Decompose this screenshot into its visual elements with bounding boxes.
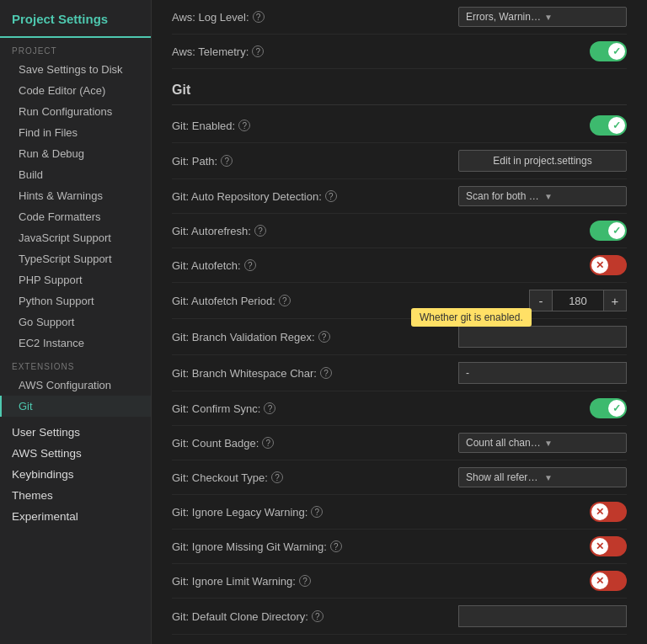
- aws-log-level-control: Errors, Warnings, and Info ▼: [458, 7, 627, 27]
- git-autofetch-row: Git: Autofetch: ? ✕: [172, 248, 627, 283]
- sidebar-title: Project Settings: [0, 0, 151, 38]
- aws-telemetry-control: ✓: [458, 41, 627, 61]
- git-checkout-type-control: Show all references. ▼: [458, 467, 627, 487]
- git-enabled-tooltip-icon[interactable]: ?: [238, 120, 250, 131]
- sidebar-item-run-debug[interactable]: Run & Debug: [0, 143, 151, 164]
- sidebar-item-typescript-support[interactable]: TypeScript Support: [0, 248, 151, 269]
- git-count-badge-control: Count all changes. ▼: [458, 433, 627, 453]
- git-ignore-missing-git-warning-label: Git: Ignore Missing Git Warning: ?: [172, 540, 458, 553]
- git-enabled-label: Git: Enabled: ?: [172, 120, 458, 132]
- project-section-label: PROJECT: [0, 38, 151, 59]
- sidebar-item-ec2-instance[interactable]: EC2 Instance: [0, 333, 151, 354]
- git-ignore-limit-warning-label: Git: Ignore Limit Warning: ?: [172, 575, 458, 588]
- git-auto-repo-detection-tooltip-icon[interactable]: ?: [325, 190, 337, 202]
- git-autofetch-label: Git: Autofetch: ?: [172, 259, 458, 272]
- sidebar-item-build[interactable]: Build: [0, 164, 151, 185]
- sidebar: Project Settings PROJECT Save Settings t…: [0, 0, 152, 644]
- stepper-input[interactable]: [553, 290, 603, 311]
- git-autofetch-period-tooltip-icon[interactable]: ?: [279, 295, 291, 306]
- sidebar-item-python-support[interactable]: Python Support: [0, 290, 151, 311]
- sidebar-item-hints-warnings[interactable]: Hints & Warnings: [0, 185, 151, 206]
- git-auto-repo-detection-dropdown[interactable]: Scan for both subfolders of th ▼: [458, 186, 627, 206]
- git-checkout-type-tooltip-icon[interactable]: ?: [271, 471, 283, 483]
- git-autofetch-toggle[interactable]: ✕: [590, 255, 627, 275]
- git-ignore-legacy-warning-toggle[interactable]: ✕: [590, 502, 627, 522]
- stepper-plus-button[interactable]: +: [603, 290, 627, 311]
- git-confirm-sync-control: ✓: [458, 398, 627, 418]
- git-enabled-row: Git: Enabled: ? Whether git is enabled. …: [172, 109, 627, 143]
- aws-log-level-row: Aws: Log Level: ? Errors, Warnings, and …: [172, 0, 627, 35]
- git-enabled-control: ✓: [458, 115, 627, 136]
- git-path-tooltip-icon[interactable]: ?: [221, 155, 233, 167]
- git-count-badge-label: Git: Count Badge: ?: [172, 437, 458, 450]
- git-branch-whitespace-char-input[interactable]: [458, 362, 627, 384]
- git-count-badge-dropdown[interactable]: Count all changes. ▼: [458, 433, 627, 453]
- aws-log-level-tooltip-icon[interactable]: ?: [253, 11, 265, 23]
- git-branch-validation-regex-label: Git: Branch Validation Regex: ?: [172, 331, 458, 343]
- git-autofetch-control: ✕: [458, 255, 627, 275]
- git-autorefresh-toggle[interactable]: ✓: [590, 221, 627, 241]
- sidebar-item-find-in-files[interactable]: Find in Files: [0, 122, 151, 143]
- git-confirm-sync-toggle[interactable]: ✓: [590, 398, 627, 418]
- git-default-clone-directory-control: [458, 605, 627, 627]
- git-default-clone-directory-input[interactable]: [458, 605, 627, 627]
- aws-telemetry-label: Aws: Telemetry: ?: [172, 45, 458, 58]
- git-checkout-type-row: Git: Checkout Type: ? Show all reference…: [172, 460, 627, 495]
- git-ignore-limit-warning-row: Git: Ignore Limit Warning: ? ✕: [172, 564, 627, 599]
- sidebar-item-git[interactable]: Git: [0, 396, 151, 417]
- git-branch-whitespace-char-row: Git: Branch Whitespace Char: ?: [172, 355, 627, 391]
- aws-log-level-label: Aws: Log Level: ?: [172, 11, 458, 24]
- sidebar-item-aws-configuration[interactable]: AWS Configuration: [0, 375, 151, 396]
- aws-log-level-dropdown[interactable]: Errors, Warnings, and Info ▼: [458, 7, 627, 27]
- stepper-minus-button[interactable]: -: [529, 290, 553, 311]
- git-ignore-legacy-warning-row: Git: Ignore Legacy Warning: ? ✕: [172, 495, 627, 530]
- sidebar-item-php-support[interactable]: PHP Support: [0, 269, 151, 290]
- git-ignore-missing-git-warning-control: ✕: [458, 536, 627, 556]
- git-path-control: Edit in project.settings: [458, 150, 627, 172]
- git-branch-validation-regex-tooltip-icon[interactable]: ?: [318, 331, 330, 343]
- git-count-badge-row: Git: Count Badge: ? Count all changes. ▼: [172, 426, 627, 460]
- git-ignore-limit-warning-tooltip-icon[interactable]: ?: [299, 575, 311, 587]
- git-auto-repo-detection-row: Git: Auto Repository Detection: ? Scan f…: [172, 179, 627, 214]
- git-checkout-type-dropdown[interactable]: Show all references. ▼: [458, 467, 627, 487]
- git-ignore-missing-git-warning-tooltip-icon[interactable]: ?: [330, 540, 342, 552]
- extensions-section-label: EXTENSIONS: [0, 354, 151, 375]
- git-autorefresh-toggle-thumb: ✓: [608, 222, 625, 239]
- git-ignore-limit-warning-toggle[interactable]: ✕: [590, 571, 627, 591]
- git-ignore-legacy-warning-toggle-thumb: ✕: [591, 503, 608, 520]
- git-confirm-sync-tooltip-icon[interactable]: ?: [264, 402, 275, 414]
- git-branch-validation-regex-control: [458, 326, 627, 348]
- git-path-label: Git: Path: ?: [172, 155, 458, 168]
- git-default-clone-directory-label: Git: Default Clone Directory: ?: [172, 610, 458, 623]
- sidebar-item-user-settings[interactable]: User Settings: [0, 422, 151, 443]
- sidebar-item-go-support[interactable]: Go Support: [0, 311, 151, 333]
- sidebar-item-aws-settings[interactable]: AWS Settings: [0, 443, 151, 464]
- sidebar-item-save-settings[interactable]: Save Settings to Disk: [0, 59, 151, 80]
- git-autofetch-toggle-thumb: ✕: [591, 257, 608, 274]
- git-branch-validation-regex-input[interactable]: [458, 326, 627, 348]
- main-content: Aws: Log Level: ? Errors, Warnings, and …: [152, 0, 647, 644]
- sidebar-item-keybindings[interactable]: Keybindings: [0, 464, 151, 485]
- git-auto-repo-detection-control: Scan for both subfolders of th ▼: [458, 186, 627, 206]
- git-count-badge-tooltip-icon[interactable]: ?: [262, 437, 274, 449]
- git-ignore-missing-git-warning-toggle[interactable]: ✕: [590, 536, 627, 556]
- edit-in-project-settings-button[interactable]: Edit in project.settings: [458, 150, 627, 172]
- git-autofetch-period-label: Git: Autofetch Period: ?: [172, 295, 458, 307]
- sidebar-item-code-formatters[interactable]: Code Formatters: [0, 206, 151, 227]
- sidebar-item-experimental[interactable]: Experimental: [0, 506, 151, 527]
- git-autofetch-tooltip-icon[interactable]: ?: [244, 259, 256, 271]
- sidebar-item-code-editor[interactable]: Code Editor (Ace): [0, 80, 151, 101]
- git-branch-whitespace-char-tooltip-icon[interactable]: ?: [320, 367, 332, 379]
- git-enabled-toggle[interactable]: ✓: [590, 115, 627, 136]
- git-ignore-legacy-warning-control: ✕: [458, 502, 627, 522]
- git-autorefresh-row: Git: Autorefresh: ? ✓: [172, 214, 627, 248]
- git-ignore-legacy-warning-tooltip-icon[interactable]: ?: [311, 506, 323, 518]
- git-branch-whitespace-char-label: Git: Branch Whitespace Char: ?: [172, 367, 458, 380]
- sidebar-item-themes[interactable]: Themes: [0, 485, 151, 506]
- aws-telemetry-toggle[interactable]: ✓: [590, 41, 627, 61]
- sidebar-item-run-configurations[interactable]: Run Configurations: [0, 101, 151, 122]
- git-autorefresh-tooltip-icon[interactable]: ?: [254, 225, 266, 237]
- aws-telemetry-tooltip-icon[interactable]: ?: [252, 45, 264, 57]
- sidebar-item-javascript-support[interactable]: JavaScript Support: [0, 227, 151, 248]
- git-default-clone-directory-tooltip-icon[interactable]: ?: [312, 610, 324, 622]
